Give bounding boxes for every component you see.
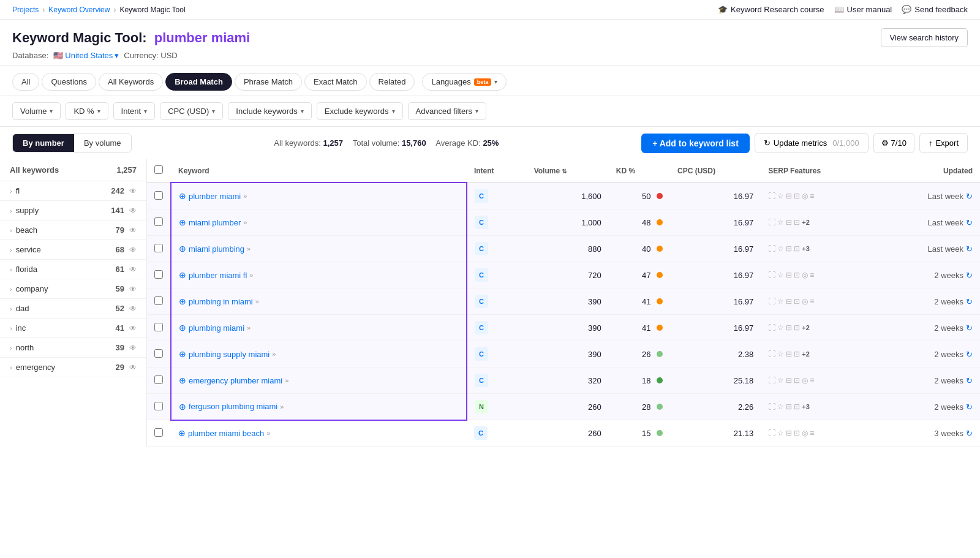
sidebar-item-supply[interactable]: › supply 141 👁 — [0, 201, 146, 221]
refresh-button[interactable]: ↻ — [966, 192, 973, 201]
row-checkbox[interactable] — [154, 428, 163, 437]
serp-icon-3[interactable]: ⊟ — [786, 192, 792, 200]
sort-by-volume-button[interactable]: By volume — [74, 134, 131, 152]
sidebar-item-north[interactable]: › north 39 👁 — [0, 338, 146, 358]
serp-icon-4[interactable]: ⊡ — [794, 350, 800, 358]
add-to-keyword-list-button[interactable]: + Add to keyword list — [641, 134, 750, 153]
tab-phrase-match[interactable]: Phrase Match — [235, 73, 302, 91]
serp-icon-1[interactable]: ⛶ — [768, 350, 775, 358]
eye-icon[interactable]: 👁 — [129, 285, 137, 293]
update-metrics-button[interactable]: ↻ Update metrics 0/1,000 — [755, 133, 869, 153]
eye-icon[interactable]: 👁 — [129, 206, 137, 215]
serp-icon-2[interactable]: ☆ — [777, 429, 784, 437]
serp-icon-6[interactable]: ≡ — [810, 376, 814, 385]
eye-icon[interactable]: 👁 — [129, 246, 137, 254]
serp-icon-4[interactable]: ⊡ — [794, 376, 800, 385]
row-checkbox[interactable] — [154, 349, 163, 358]
serp-icon-6[interactable]: ≡ — [810, 192, 814, 200]
serp-icon-1[interactable]: ⛶ — [768, 297, 775, 306]
volume-filter[interactable]: Volume ▾ — [12, 102, 61, 120]
serp-icon-6[interactable]: ≡ — [810, 297, 814, 306]
serp-icon-3[interactable]: ⊟ — [786, 402, 792, 411]
serp-icon-2[interactable]: ☆ — [777, 271, 784, 279]
eye-icon[interactable]: 👁 — [129, 226, 137, 235]
kd-filter[interactable]: KD % ▾ — [66, 102, 108, 120]
serp-icon-4[interactable]: ⊡ — [794, 402, 800, 411]
serp-icon-4[interactable]: ⊡ — [794, 244, 800, 253]
serp-icon-3[interactable]: ⊟ — [786, 297, 792, 306]
eye-icon[interactable]: 👁 — [129, 344, 137, 352]
sidebar-item-dad[interactable]: › dad 52 👁 — [0, 299, 146, 319]
serp-icon-6[interactable]: ≡ — [810, 429, 814, 437]
eye-icon[interactable]: 👁 — [129, 187, 137, 195]
serp-icon-3[interactable]: ⊟ — [786, 376, 792, 385]
include-keywords-filter[interactable]: Include keywords ▾ — [228, 102, 311, 120]
refresh-button[interactable]: ↻ — [966, 244, 973, 254]
serp-icon-1[interactable]: ⛶ — [768, 376, 775, 385]
tab-all[interactable]: All — [12, 73, 39, 91]
row-checkbox[interactable] — [154, 375, 163, 384]
serp-icon-2[interactable]: ☆ — [777, 350, 784, 358]
keyword-link[interactable]: ⊕ miami plumber » — [179, 217, 459, 227]
serp-icon-2[interactable]: ☆ — [777, 402, 784, 411]
sort-by-number-button[interactable]: By number — [13, 134, 74, 152]
sidebar-item-beach[interactable]: › beach 79 👁 — [0, 221, 146, 240]
serp-icon-5[interactable]: ◎ — [802, 297, 808, 306]
row-checkbox[interactable] — [154, 323, 163, 331]
keyword-link[interactable]: ⊕ plumber miami beach » — [178, 428, 459, 438]
row-checkbox[interactable] — [154, 191, 163, 200]
serp-icon-1[interactable]: ⛶ — [768, 271, 775, 279]
th-volume[interactable]: Volume ⇅ — [527, 159, 609, 183]
keyword-link[interactable]: ⊕ miami plumbing » — [179, 244, 459, 254]
view-history-button[interactable]: View search history — [881, 28, 968, 47]
eye-icon[interactable]: 👁 — [129, 363, 137, 372]
serp-icon-2[interactable]: ☆ — [777, 323, 784, 332]
serp-icon-2[interactable]: ☆ — [777, 376, 784, 385]
country-selector[interactable]: 🇺🇸 United States ▾ — [53, 51, 119, 60]
row-checkbox[interactable] — [154, 296, 163, 305]
serp-icon-1[interactable]: ⛶ — [768, 323, 775, 332]
sidebar-item-inc[interactable]: › inc 41 👁 — [0, 319, 146, 338]
serp-icon-1[interactable]: ⛶ — [768, 192, 775, 200]
keyword-link[interactable]: ⊕ emergency plumber miami » — [179, 375, 459, 385]
serp-icon-6[interactable]: ≡ — [810, 271, 814, 279]
intent-filter[interactable]: Intent ▾ — [113, 102, 156, 120]
row-checkbox[interactable] — [154, 244, 163, 252]
row-checkbox[interactable] — [154, 402, 163, 410]
serp-icon-2[interactable]: ☆ — [777, 192, 784, 200]
sidebar-item-emergency[interactable]: › emergency 29 👁 — [0, 358, 146, 377]
eye-icon[interactable]: 👁 — [129, 324, 137, 333]
serp-icon-3[interactable]: ⊟ — [786, 350, 792, 358]
serp-icon-3[interactable]: ⊟ — [786, 323, 792, 332]
cpc-filter[interactable]: CPC (USD) ▾ — [160, 102, 223, 120]
refresh-button[interactable]: ↻ — [966, 271, 973, 280]
serp-icon-4[interactable]: ⊡ — [794, 192, 800, 200]
tab-all-keywords[interactable]: All Keywords — [99, 73, 163, 91]
languages-button[interactable]: Languages beta ▾ — [422, 73, 507, 91]
serp-icon-1[interactable]: ⛶ — [768, 244, 775, 253]
serp-icon-3[interactable]: ⊟ — [786, 271, 792, 279]
eye-icon[interactable]: 👁 — [129, 265, 137, 274]
serp-icon-3[interactable]: ⊟ — [786, 244, 792, 253]
serp-icon-5[interactable]: ◎ — [802, 376, 808, 385]
keyword-link[interactable]: ⊕ plumbing miami » — [179, 323, 459, 333]
serp-icon-1[interactable]: ⛶ — [768, 429, 775, 437]
sidebar-item-fl[interactable]: › fl 242 👁 — [0, 181, 146, 201]
eye-icon[interactable]: 👁 — [129, 304, 137, 313]
serp-icon-4[interactable]: ⊡ — [794, 429, 800, 437]
serp-icon-2[interactable]: ☆ — [777, 218, 784, 227]
user-manual-link[interactable]: 📖 User manual — [834, 5, 892, 14]
sidebar-item-florida[interactable]: › florida 61 👁 — [0, 260, 146, 279]
row-checkbox[interactable] — [154, 217, 163, 226]
export-button[interactable]: ↑ Export — [919, 133, 968, 153]
serp-icon-1[interactable]: ⛶ — [768, 402, 775, 411]
serp-icon-2[interactable]: ☆ — [777, 297, 784, 306]
keyword-link[interactable]: ⊕ plumbing supply miami » — [179, 349, 459, 359]
send-feedback-button[interactable]: 💬 Send feedback — [902, 5, 968, 14]
tab-questions[interactable]: Questions — [42, 73, 96, 91]
serp-icon-4[interactable]: ⊡ — [794, 271, 800, 279]
refresh-button[interactable]: ↻ — [966, 218, 973, 227]
breadcrumb-keyword-overview[interactable]: Keyword Overview — [48, 6, 110, 14]
select-all-checkbox[interactable] — [154, 165, 163, 174]
serp-icon-2[interactable]: ☆ — [777, 244, 784, 253]
